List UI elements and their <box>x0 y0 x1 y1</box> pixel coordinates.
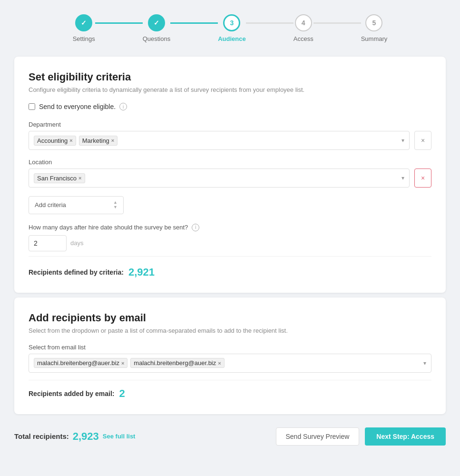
email-tag-2-label: malachi.breitenberg@auer.biz <box>134 359 216 367</box>
step-label-access: Access <box>294 35 313 42</box>
hire-date-label: How many days after hire date should the… <box>29 224 188 231</box>
department-dropdown-arrow: ▾ <box>401 137 404 144</box>
email-tag-1-label: malachi.breitenberg@auer.biz <box>37 359 119 367</box>
step-summary[interactable]: 5 Summary <box>361 14 388 42</box>
step-questions[interactable]: ✓ Questions <box>143 14 171 42</box>
step-label-audience: Audience <box>218 35 246 42</box>
email-list-field: Select from email list malachi.breitenbe… <box>29 344 431 373</box>
email-list-label: Select from email list <box>29 344 431 351</box>
step-circle-audience: 3 <box>223 14 240 31</box>
add-criteria-select[interactable]: Add criteria ▲ ▼ <box>29 196 124 214</box>
email-tag-1-remove[interactable]: × <box>121 360 124 366</box>
email-recipients-subtitle: Select from the dropdown or paste a list… <box>29 327 431 334</box>
send-survey-preview-button[interactable]: Send Survey Preview <box>276 427 360 446</box>
email-tag-2-remove[interactable]: × <box>218 360 221 366</box>
eligibility-card: Set eligibility criteria Configure eligi… <box>14 57 446 293</box>
step-settings[interactable]: ✓ Settings <box>73 14 95 42</box>
location-label: Location <box>29 159 431 166</box>
check-icon-2: ✓ <box>154 19 159 27</box>
step-circle-summary: 5 <box>365 14 382 31</box>
location-row: San Francisco × ▾ × <box>29 169 431 188</box>
step-audience[interactable]: 3 Audience <box>218 14 246 42</box>
step-label-questions: Questions <box>143 35 171 42</box>
connector-1-2 <box>95 22 143 24</box>
location-tag-sf-label: San Francisco <box>37 175 77 182</box>
department-tag-input[interactable]: Accounting × Marketing × ▾ <box>29 131 410 150</box>
see-full-list-link[interactable]: See full list <box>103 433 136 440</box>
total-recipients-count: 2,923 <box>73 430 99 443</box>
step-label-summary: Summary <box>361 35 388 42</box>
eligibility-subtitle: Configure eligibility criteria to dynami… <box>29 86 431 93</box>
hire-date-info-letter: i <box>195 225 196 230</box>
send-everyone-label: Send to everyone eligible. <box>39 103 116 110</box>
total-recipients-section: Total recipients: 2,923 See full list <box>14 430 135 443</box>
stepper: ✓ Settings ✓ Questions 3 Audience 4 A <box>0 0 460 52</box>
location-tag-sf-remove[interactable]: × <box>78 175 81 181</box>
total-recipients-label: Total recipients: <box>14 432 69 440</box>
recipients-added-count: 2 <box>119 387 125 400</box>
email-tag-2: malachi.breitenberg@auer.biz × <box>130 358 224 368</box>
bottom-bar: Total recipients: 2,923 See full list Se… <box>0 419 460 454</box>
department-input-wrapper: Accounting × Marketing × ▾ <box>29 131 410 150</box>
add-criteria-arrows-icon: ▲ ▼ <box>113 200 117 210</box>
bottom-buttons: Send Survey Preview Next Step: Access <box>276 427 446 446</box>
send-everyone-info-icon[interactable]: i <box>119 103 127 110</box>
location-field: Location San Francisco × ▾ × <box>29 159 431 188</box>
department-row: Accounting × Marketing × ▾ × <box>29 131 431 150</box>
step-circle-settings: ✓ <box>75 14 92 31</box>
location-dropdown-arrow: ▾ <box>401 175 404 181</box>
step-number-audience: 3 <box>230 19 234 27</box>
department-tag-accounting: Accounting × <box>34 136 76 146</box>
add-criteria-wrapper: Add criteria ▲ ▼ <box>29 196 431 214</box>
hire-date-input-row: days <box>29 235 431 251</box>
department-tag-marketing: Marketing × <box>79 136 118 146</box>
location-clear-icon: × <box>421 174 425 182</box>
connector-2-3 <box>170 22 218 24</box>
department-field: Department Accounting × Marketing × ▾ × <box>29 121 431 150</box>
email-tag-1: malachi.breitenberg@auer.biz × <box>34 358 127 368</box>
recipients-email-row: Recipients added by email: 2 <box>29 380 431 400</box>
add-criteria-label: Add criteria <box>35 201 66 208</box>
department-clear-button[interactable]: × <box>414 131 431 150</box>
email-recipients-card: Add recipients by email Select from the … <box>14 298 446 414</box>
department-tag-marketing-remove[interactable]: × <box>111 138 114 143</box>
email-tag-input[interactable]: malachi.breitenberg@auer.biz × malachi.b… <box>29 354 431 373</box>
recipients-criteria-count: 2,921 <box>128 266 155 278</box>
hire-date-field: How many days after hire date should the… <box>29 224 431 251</box>
department-tag-accounting-remove[interactable]: × <box>69 138 72 143</box>
email-dropdown-arrow: ▾ <box>423 360 426 367</box>
days-input[interactable] <box>29 235 67 251</box>
connector-4-5 <box>313 22 361 24</box>
step-access[interactable]: 4 Access <box>294 14 313 42</box>
location-input-wrapper: San Francisco × ▾ <box>29 169 410 188</box>
department-clear-icon: × <box>421 137 425 144</box>
step-circle-questions: ✓ <box>148 14 165 31</box>
next-step-button[interactable]: Next Step: Access <box>365 427 446 446</box>
step-label-settings: Settings <box>73 35 95 42</box>
step-circle-access: 4 <box>295 14 312 31</box>
step-number-summary: 5 <box>372 19 376 27</box>
days-label: days <box>70 239 83 247</box>
location-tag-sf: San Francisco × <box>34 173 85 183</box>
hire-date-info-icon[interactable]: i <box>192 224 199 231</box>
eligibility-title: Set eligibility criteria <box>29 71 431 83</box>
recipients-criteria-label: Recipients defined by criteria: <box>29 268 124 276</box>
info-letter: i <box>123 104 124 109</box>
send-everyone-checkbox[interactable] <box>29 103 35 110</box>
recipients-criteria-row: Recipients defined by criteria: 2,921 <box>29 256 431 278</box>
check-icon: ✓ <box>81 19 87 27</box>
department-tag-marketing-label: Marketing <box>82 137 109 144</box>
email-recipients-title: Add recipients by email <box>29 312 431 324</box>
step-number-access: 4 <box>302 19 305 27</box>
send-everyone-row: Send to everyone eligible. i <box>29 103 431 110</box>
location-tag-input[interactable]: San Francisco × ▾ <box>29 169 410 188</box>
location-clear-button[interactable]: × <box>414 169 431 188</box>
department-label: Department <box>29 121 431 128</box>
department-tag-accounting-label: Accounting <box>37 137 68 144</box>
connector-3-4 <box>246 22 294 24</box>
recipients-added-label: Recipients added by email: <box>29 390 115 397</box>
